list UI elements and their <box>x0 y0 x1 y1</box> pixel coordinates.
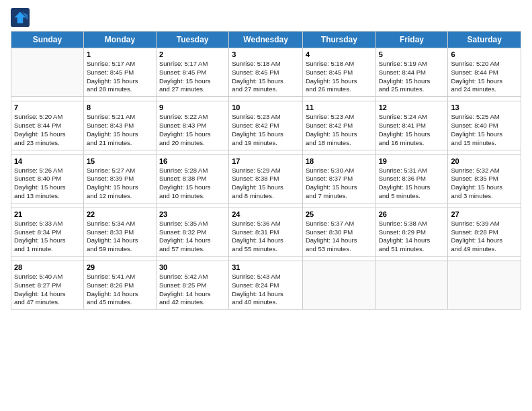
calendar-cell: 22Sunrise: 5:34 AM Sunset: 8:33 PM Dayli… <box>83 208 156 256</box>
divider-cell <box>229 257 303 261</box>
day-number: 19 <box>379 157 445 165</box>
divider-cell <box>11 257 84 261</box>
day-number: 9 <box>159 103 226 111</box>
day-info: Sunrise: 5:29 AM Sunset: 8:38 PM Dayligh… <box>232 167 300 201</box>
divider-cell <box>448 257 521 261</box>
day-number: 2 <box>159 50 226 58</box>
day-of-week-header: Wednesday <box>229 32 303 48</box>
divider-cell <box>156 150 228 154</box>
calendar-cell: 26Sunrise: 5:38 AM Sunset: 8:29 PM Dayli… <box>375 208 448 256</box>
calendar-cell: 16Sunrise: 5:28 AM Sunset: 8:38 PM Dayli… <box>156 154 228 203</box>
day-number: 28 <box>14 263 81 271</box>
day-number: 29 <box>87 263 153 271</box>
divider-cell <box>375 97 448 101</box>
day-info: Sunrise: 5:17 AM Sunset: 8:45 PM Dayligh… <box>87 60 153 94</box>
calendar-header-row: SundayMondayTuesdayWednesdayThursdayFrid… <box>11 32 521 48</box>
divider-cell <box>375 150 448 154</box>
calendar-cell: 21Sunrise: 5:33 AM Sunset: 8:34 PM Dayli… <box>11 208 84 256</box>
calendar-cell <box>375 261 448 310</box>
day-number: 25 <box>306 210 373 218</box>
day-of-week-header: Thursday <box>302 32 375 48</box>
day-number: 3 <box>232 50 300 58</box>
divider-cell <box>302 257 375 261</box>
day-info: Sunrise: 5:17 AM Sunset: 8:45 PM Dayligh… <box>159 60 226 94</box>
day-info: Sunrise: 5:30 AM Sunset: 8:37 PM Dayligh… <box>306 167 373 201</box>
calendar-cell: 28Sunrise: 5:40 AM Sunset: 8:27 PM Dayli… <box>11 261 84 310</box>
calendar-cell: 1Sunrise: 5:17 AM Sunset: 8:45 PM Daylig… <box>83 48 156 97</box>
divider-cell <box>448 203 521 208</box>
day-number: 30 <box>159 263 226 271</box>
calendar-cell: 17Sunrise: 5:29 AM Sunset: 8:38 PM Dayli… <box>229 154 303 203</box>
calendar-week-row: 28Sunrise: 5:40 AM Sunset: 8:27 PM Dayli… <box>11 261 521 310</box>
day-number: 10 <box>232 103 300 111</box>
day-info: Sunrise: 5:23 AM Sunset: 8:42 PM Dayligh… <box>306 113 373 147</box>
calendar-cell: 9Sunrise: 5:22 AM Sunset: 8:43 PM Daylig… <box>156 101 228 150</box>
day-info: Sunrise: 5:24 AM Sunset: 8:41 PM Dayligh… <box>379 113 445 147</box>
day-number: 21 <box>14 210 81 218</box>
day-info: Sunrise: 5:21 AM Sunset: 8:43 PM Dayligh… <box>87 113 153 147</box>
calendar-cell: 29Sunrise: 5:41 AM Sunset: 8:26 PM Dayli… <box>83 261 156 310</box>
divider-cell <box>302 97 375 101</box>
day-number: 22 <box>87 210 153 218</box>
day-info: Sunrise: 5:40 AM Sunset: 8:27 PM Dayligh… <box>14 273 81 307</box>
calendar-week-row: 21Sunrise: 5:33 AM Sunset: 8:34 PM Dayli… <box>11 208 521 256</box>
day-number: 4 <box>306 50 373 58</box>
day-info: Sunrise: 5:22 AM Sunset: 8:43 PM Dayligh… <box>159 113 226 147</box>
divider-cell <box>156 97 228 101</box>
calendar-week-row: 14Sunrise: 5:26 AM Sunset: 8:40 PM Dayli… <box>11 154 521 203</box>
calendar-cell <box>448 261 521 310</box>
day-of-week-header: Saturday <box>448 32 521 48</box>
divider-cell <box>448 150 521 154</box>
divider-cell <box>302 203 375 208</box>
calendar-cell: 3Sunrise: 5:18 AM Sunset: 8:45 PM Daylig… <box>229 48 303 97</box>
day-of-week-header: Monday <box>83 32 156 48</box>
day-number: 7 <box>14 103 81 111</box>
day-info: Sunrise: 5:37 AM Sunset: 8:30 PM Dayligh… <box>306 220 373 254</box>
calendar-cell <box>302 261 375 310</box>
day-info: Sunrise: 5:35 AM Sunset: 8:32 PM Dayligh… <box>159 220 226 254</box>
calendar-cell: 23Sunrise: 5:35 AM Sunset: 8:32 PM Dayli… <box>156 208 228 256</box>
day-info: Sunrise: 5:19 AM Sunset: 8:44 PM Dayligh… <box>379 60 445 94</box>
divider-cell <box>156 257 228 261</box>
divider-cell <box>156 203 228 208</box>
divider-cell <box>302 150 375 154</box>
day-number: 5 <box>379 50 445 58</box>
day-info: Sunrise: 5:34 AM Sunset: 8:33 PM Dayligh… <box>87 220 153 254</box>
calendar-cell <box>11 48 84 97</box>
day-number: 13 <box>451 103 518 111</box>
divider-cell <box>83 257 156 261</box>
day-info: Sunrise: 5:23 AM Sunset: 8:42 PM Dayligh… <box>232 113 300 147</box>
divider-cell <box>448 97 521 101</box>
day-info: Sunrise: 5:20 AM Sunset: 8:44 PM Dayligh… <box>14 113 81 147</box>
week-divider <box>11 97 521 101</box>
day-info: Sunrise: 5:25 AM Sunset: 8:40 PM Dayligh… <box>451 113 518 147</box>
day-number: 11 <box>306 103 373 111</box>
calendar-cell: 2Sunrise: 5:17 AM Sunset: 8:45 PM Daylig… <box>156 48 228 97</box>
calendar-cell: 8Sunrise: 5:21 AM Sunset: 8:43 PM Daylig… <box>83 101 156 150</box>
divider-cell <box>83 97 156 101</box>
day-info: Sunrise: 5:43 AM Sunset: 8:24 PM Dayligh… <box>232 273 300 307</box>
calendar-cell: 13Sunrise: 5:25 AM Sunset: 8:40 PM Dayli… <box>448 101 521 150</box>
calendar-cell: 11Sunrise: 5:23 AM Sunset: 8:42 PM Dayli… <box>302 101 375 150</box>
logo <box>11 8 31 27</box>
day-of-week-header: Tuesday <box>156 32 228 48</box>
calendar-cell: 19Sunrise: 5:31 AM Sunset: 8:36 PM Dayli… <box>375 154 448 203</box>
calendar-cell: 6Sunrise: 5:20 AM Sunset: 8:44 PM Daylig… <box>448 48 521 97</box>
day-number: 27 <box>451 210 518 218</box>
day-number: 23 <box>159 210 226 218</box>
day-number: 26 <box>379 210 445 218</box>
day-info: Sunrise: 5:42 AM Sunset: 8:25 PM Dayligh… <box>159 273 226 307</box>
day-number: 24 <box>232 210 300 218</box>
divider-cell <box>229 150 303 154</box>
week-divider <box>11 257 521 261</box>
day-number: 15 <box>87 157 153 165</box>
divider-cell <box>11 150 84 154</box>
divider-cell <box>83 203 156 208</box>
calendar-cell: 7Sunrise: 5:20 AM Sunset: 8:44 PM Daylig… <box>11 101 84 150</box>
calendar-cell: 15Sunrise: 5:27 AM Sunset: 8:39 PM Dayli… <box>83 154 156 203</box>
day-number: 31 <box>232 263 300 271</box>
divider-cell <box>11 97 84 101</box>
day-number: 14 <box>14 157 81 165</box>
divider-cell <box>375 257 448 261</box>
divider-cell <box>229 97 303 101</box>
